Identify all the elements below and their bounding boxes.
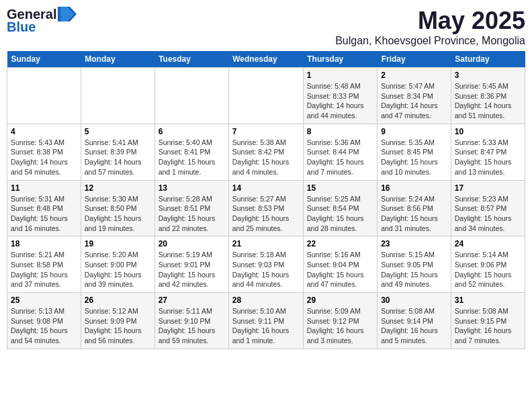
- day-cell: 9Sunrise: 5:35 AM Sunset: 8:45 PM Daylig…: [378, 124, 451, 180]
- day-number: 16: [381, 183, 447, 193]
- col-header-sunday: Sunday: [7, 51, 81, 68]
- day-cell: 24Sunrise: 5:14 AM Sunset: 9:06 PM Dayli…: [451, 236, 525, 293]
- day-cell: 10Sunrise: 5:33 AM Sunset: 8:47 PM Dayli…: [451, 124, 525, 180]
- day-cell: [228, 68, 303, 124]
- week-row-3: 11Sunrise: 5:31 AM Sunset: 8:48 PM Dayli…: [7, 180, 525, 236]
- day-cell: 25Sunrise: 5:13 AM Sunset: 9:08 PM Dayli…: [7, 293, 81, 349]
- day-cell: 8Sunrise: 5:36 AM Sunset: 8:44 PM Daylig…: [303, 124, 377, 180]
- day-info: Sunrise: 5:35 AM Sunset: 8:45 PM Dayligh…: [381, 138, 447, 177]
- week-row-2: 4Sunrise: 5:43 AM Sunset: 8:38 PM Daylig…: [7, 124, 525, 180]
- day-number: 31: [455, 295, 521, 305]
- day-info: Sunrise: 5:08 AM Sunset: 9:14 PM Dayligh…: [381, 306, 447, 346]
- day-number: 4: [11, 127, 77, 136]
- day-number: 20: [159, 239, 225, 248]
- col-header-thursday: Thursday: [303, 51, 377, 68]
- day-info: Sunrise: 5:41 AM Sunset: 8:39 PM Dayligh…: [85, 138, 151, 177]
- day-cell: 19Sunrise: 5:20 AM Sunset: 9:00 PM Dayli…: [81, 236, 154, 293]
- day-cell: 18Sunrise: 5:21 AM Sunset: 8:58 PM Dayli…: [7, 236, 81, 293]
- day-info: Sunrise: 5:18 AM Sunset: 9:03 PM Dayligh…: [232, 250, 300, 289]
- day-number: 7: [232, 127, 300, 136]
- day-cell: 6Sunrise: 5:40 AM Sunset: 8:41 PM Daylig…: [154, 124, 228, 180]
- day-cell: [81, 68, 154, 124]
- day-number: 1: [307, 71, 373, 80]
- day-number: 13: [159, 183, 225, 193]
- day-number: 24: [455, 239, 521, 248]
- day-info: Sunrise: 5:24 AM Sunset: 8:56 PM Dayligh…: [381, 194, 447, 234]
- day-number: 8: [307, 127, 373, 136]
- day-cell: 13Sunrise: 5:28 AM Sunset: 8:51 PM Dayli…: [154, 180, 228, 236]
- day-number: 18: [11, 239, 77, 248]
- day-cell: 23Sunrise: 5:15 AM Sunset: 9:05 PM Dayli…: [378, 236, 451, 293]
- day-number: 19: [85, 239, 151, 248]
- page-header: General Blue May 2025 Bulgan, Khoevsgoel…: [7, 7, 525, 47]
- day-info: Sunrise: 5:27 AM Sunset: 8:53 PM Dayligh…: [232, 194, 300, 234]
- day-cell: 3Sunrise: 5:45 AM Sunset: 8:36 PM Daylig…: [451, 68, 525, 124]
- day-number: 22: [307, 239, 373, 248]
- title-block: May 2025 Bulgan, Khoevsgoel Province, Mo…: [335, 7, 525, 47]
- day-number: 12: [85, 183, 151, 193]
- day-number: 26: [85, 295, 151, 305]
- day-info: Sunrise: 5:12 AM Sunset: 9:09 PM Dayligh…: [85, 306, 151, 346]
- day-number: 3: [455, 71, 521, 80]
- day-cell: 17Sunrise: 5:23 AM Sunset: 8:57 PM Dayli…: [451, 180, 525, 236]
- day-number: 15: [307, 183, 373, 193]
- title-month: May 2025: [335, 7, 525, 35]
- day-number: 2: [381, 71, 447, 80]
- col-header-saturday: Saturday: [451, 51, 525, 68]
- header-row: SundayMondayTuesdayWednesdayThursdayFrid…: [7, 51, 525, 68]
- logo-blue: Blue: [7, 19, 36, 35]
- day-cell: 20Sunrise: 5:19 AM Sunset: 9:01 PM Dayli…: [154, 236, 228, 293]
- day-cell: 29Sunrise: 5:09 AM Sunset: 9:12 PM Dayli…: [303, 293, 377, 349]
- day-cell: 1Sunrise: 5:48 AM Sunset: 8:33 PM Daylig…: [303, 68, 377, 124]
- day-cell: 7Sunrise: 5:38 AM Sunset: 8:42 PM Daylig…: [228, 124, 303, 180]
- day-number: 5: [85, 127, 151, 136]
- day-info: Sunrise: 5:21 AM Sunset: 8:58 PM Dayligh…: [11, 250, 77, 289]
- week-row-5: 25Sunrise: 5:13 AM Sunset: 9:08 PM Dayli…: [7, 293, 525, 349]
- day-number: 29: [307, 295, 373, 305]
- day-info: Sunrise: 5:13 AM Sunset: 9:08 PM Dayligh…: [11, 306, 77, 346]
- day-number: 25: [11, 295, 77, 305]
- week-row-4: 18Sunrise: 5:21 AM Sunset: 8:58 PM Dayli…: [7, 236, 525, 293]
- day-info: Sunrise: 5:09 AM Sunset: 9:12 PM Dayligh…: [307, 306, 373, 346]
- col-header-tuesday: Tuesday: [154, 51, 228, 68]
- day-info: Sunrise: 5:10 AM Sunset: 9:11 PM Dayligh…: [232, 306, 300, 346]
- day-cell: 16Sunrise: 5:24 AM Sunset: 8:56 PM Dayli…: [378, 180, 451, 236]
- col-header-friday: Friday: [378, 51, 451, 68]
- day-info: Sunrise: 5:43 AM Sunset: 8:38 PM Dayligh…: [11, 138, 77, 177]
- logo-icon: [58, 7, 77, 21]
- title-location: Bulgan, Khoevsgoel Province, Mongolia: [335, 35, 525, 47]
- day-cell: 4Sunrise: 5:43 AM Sunset: 8:38 PM Daylig…: [7, 124, 81, 180]
- day-info: Sunrise: 5:25 AM Sunset: 8:54 PM Dayligh…: [307, 194, 373, 234]
- day-info: Sunrise: 5:31 AM Sunset: 8:48 PM Dayligh…: [11, 194, 77, 234]
- day-info: Sunrise: 5:47 AM Sunset: 8:34 PM Dayligh…: [381, 81, 447, 121]
- day-cell: 12Sunrise: 5:30 AM Sunset: 8:50 PM Dayli…: [81, 180, 154, 236]
- day-cell: 26Sunrise: 5:12 AM Sunset: 9:09 PM Dayli…: [81, 293, 154, 349]
- col-header-wednesday: Wednesday: [228, 51, 303, 68]
- week-row-1: 1Sunrise: 5:48 AM Sunset: 8:33 PM Daylig…: [7, 68, 525, 124]
- day-number: 21: [232, 239, 300, 248]
- day-info: Sunrise: 5:48 AM Sunset: 8:33 PM Dayligh…: [307, 81, 373, 121]
- day-cell: 28Sunrise: 5:10 AM Sunset: 9:11 PM Dayli…: [228, 293, 303, 349]
- day-number: 17: [455, 183, 521, 193]
- day-number: 23: [381, 239, 447, 248]
- day-cell: 22Sunrise: 5:16 AM Sunset: 9:04 PM Dayli…: [303, 236, 377, 293]
- day-cell: [154, 68, 228, 124]
- day-cell: 30Sunrise: 5:08 AM Sunset: 9:14 PM Dayli…: [378, 293, 451, 349]
- calendar-table: SundayMondayTuesdayWednesdayThursdayFrid…: [7, 51, 525, 349]
- day-number: 27: [159, 295, 225, 305]
- day-info: Sunrise: 5:30 AM Sunset: 8:50 PM Dayligh…: [85, 194, 151, 234]
- day-info: Sunrise: 5:15 AM Sunset: 9:05 PM Dayligh…: [381, 250, 447, 289]
- logo: General Blue: [7, 7, 77, 35]
- day-info: Sunrise: 5:40 AM Sunset: 8:41 PM Dayligh…: [159, 138, 225, 177]
- day-cell: 14Sunrise: 5:27 AM Sunset: 8:53 PM Dayli…: [228, 180, 303, 236]
- day-cell: [7, 68, 81, 124]
- day-info: Sunrise: 5:14 AM Sunset: 9:06 PM Dayligh…: [455, 250, 521, 289]
- day-cell: 11Sunrise: 5:31 AM Sunset: 8:48 PM Dayli…: [7, 180, 81, 236]
- day-info: Sunrise: 5:28 AM Sunset: 8:51 PM Dayligh…: [159, 194, 225, 234]
- day-info: Sunrise: 5:45 AM Sunset: 8:36 PM Dayligh…: [455, 81, 521, 121]
- day-info: Sunrise: 5:16 AM Sunset: 9:04 PM Dayligh…: [307, 250, 373, 289]
- col-header-monday: Monday: [81, 51, 154, 68]
- day-info: Sunrise: 5:08 AM Sunset: 9:15 PM Dayligh…: [455, 306, 521, 346]
- day-number: 28: [232, 295, 300, 305]
- day-info: Sunrise: 5:33 AM Sunset: 8:47 PM Dayligh…: [455, 138, 521, 177]
